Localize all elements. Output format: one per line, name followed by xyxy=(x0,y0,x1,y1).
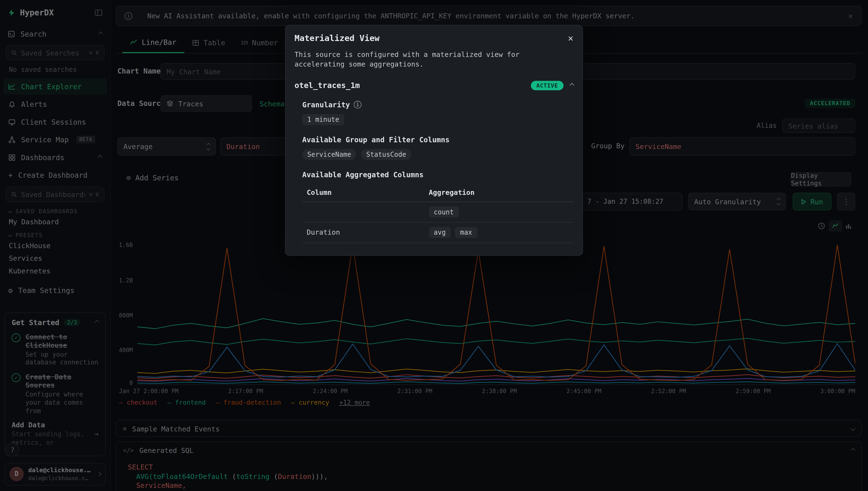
materialized-table-row[interactable]: otel_traces_1m ACTIVE xyxy=(294,81,573,90)
materialized-view-modal: Materialized View × This source is confi… xyxy=(285,25,583,256)
aggregated-columns-heading: Available Aggregated Columns xyxy=(302,171,574,179)
aggregation-chip: count xyxy=(429,206,458,218)
materialized-table-name: otel_traces_1m xyxy=(294,81,360,90)
aggregation-chip: avg xyxy=(429,227,451,238)
materialized-table-details: Granularity i 1 minute Available Group a… xyxy=(294,100,573,243)
granularity-heading: Granularity i xyxy=(302,100,574,109)
column-chip-statuscode: StatusCode xyxy=(361,149,411,160)
info-icon[interactable]: i xyxy=(354,101,361,109)
group-filter-heading: Available Group and Filter Columns xyxy=(302,136,574,144)
app-viewport: HyperDX Search ⌘ K No saved searches Cha… xyxy=(0,0,868,491)
column-cell: Duration xyxy=(302,222,424,242)
aggregated-columns-table: Column Aggregation count Duration avgmax xyxy=(302,183,574,243)
close-icon[interactable]: × xyxy=(568,33,574,43)
column-cell xyxy=(302,202,424,222)
modal-description: This source is configured with a materia… xyxy=(294,50,573,69)
active-status-badge: ACTIVE xyxy=(531,81,564,90)
table-row: count xyxy=(302,202,574,222)
table-row: Duration avgmax xyxy=(302,222,574,242)
modal-title: Materialized View xyxy=(294,33,379,43)
modal-header: Materialized View × xyxy=(294,33,573,43)
column-header: Column xyxy=(302,183,424,202)
chevron-up-icon xyxy=(569,83,574,88)
column-chip-servicename: ServiceName xyxy=(302,149,356,160)
granularity-chip: 1 minute xyxy=(302,114,344,125)
heading-text: Granularity xyxy=(302,100,350,109)
aggregation-chip: max xyxy=(455,227,477,238)
aggregation-header: Aggregation xyxy=(424,183,574,202)
